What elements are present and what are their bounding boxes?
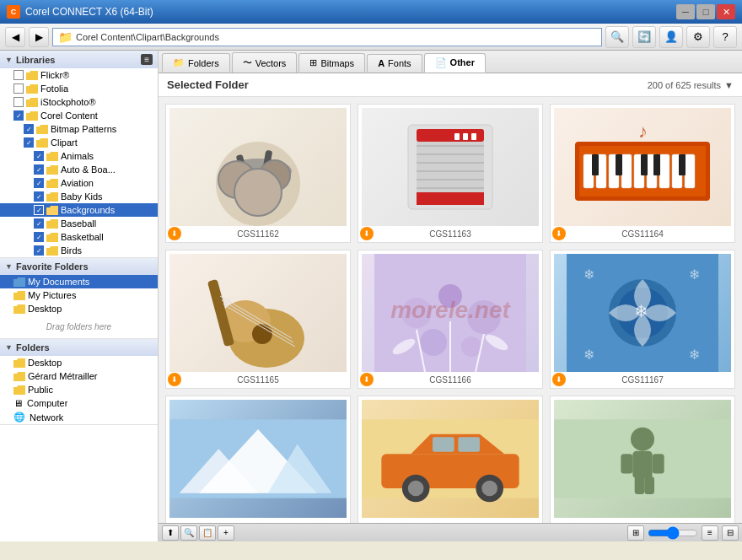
sidebar-item-baby-kids[interactable]: ✓ Baby Kids <box>0 190 158 203</box>
svg-point-46 <box>438 284 462 308</box>
image-grid: morele.net ⬇ CGS11162 <box>159 97 742 523</box>
libraries-action[interactable]: ≡ <box>141 54 153 65</box>
sidebar-item-public[interactable]: Public <box>0 383 158 396</box>
sidebar-item-my-pictures[interactable]: My Pictures <box>0 288 158 302</box>
bottom-clipboard-button[interactable]: 📋 <box>199 525 216 541</box>
sidebar: ▼ Libraries ≡ Flickr® Fotolia iStockphot… <box>0 51 159 541</box>
istockphoto-checkbox[interactable] <box>13 97 24 107</box>
favorites-header[interactable]: ▼ Favorite Folders <box>0 258 158 275</box>
sidebar-item-backgrounds[interactable]: ✓ Backgrounds <box>0 203 158 217</box>
baseball-checkbox[interactable]: ✓ <box>34 218 44 229</box>
bottom-left-tools: ⬆ 🔍 📋 + <box>162 525 234 541</box>
sidebar-item-my-documents[interactable]: My Documents <box>0 275 158 288</box>
tab-fonts[interactable]: A Fonts <box>367 54 422 72</box>
sidebar-item-flickr[interactable]: Flickr® <box>0 68 158 82</box>
tab-folders[interactable]: 📁 Folders <box>162 53 230 72</box>
image-item-cgs11168[interactable] <box>165 396 351 523</box>
image-label-cgs11163: CGS11163 <box>429 229 470 239</box>
maximize-button[interactable]: □ <box>696 4 715 19</box>
basketball-checkbox[interactable]: ✓ <box>34 232 44 242</box>
public-folder-icon <box>13 385 25 395</box>
search-button[interactable]: 🔍 <box>605 26 629 48</box>
libraries-header[interactable]: ▼ Libraries ≡ <box>0 51 158 68</box>
sidebar-item-clipart[interactable]: ✓ Clipart <box>0 136 158 149</box>
istockphoto-folder-icon <box>26 98 38 107</box>
animals-checkbox[interactable]: ✓ <box>34 151 44 161</box>
minimize-button[interactable]: ─ <box>676 4 695 19</box>
svg-text:♪: ♪ <box>638 121 648 142</box>
baseball-label: Baseball <box>61 218 96 229</box>
flickr-checkbox[interactable] <box>13 70 24 80</box>
fotolia-label: Fotolia <box>40 83 68 94</box>
back-button[interactable]: ◀ <box>5 27 25 47</box>
sidebar-item-auto-boa[interactable]: ✓ Auto & Boa... <box>0 163 158 176</box>
add-button[interactable]: 👤 <box>659 26 683 48</box>
svg-rect-78 <box>621 454 632 473</box>
image-label-cgs11164: CGS11164 <box>621 229 663 239</box>
image-item-cgs11162[interactable]: ⬇ CGS11162 <box>165 104 351 243</box>
list-view-button[interactable]: ≡ <box>702 525 718 541</box>
close-button[interactable]: ✕ <box>717 4 735 19</box>
forward-button[interactable]: ▶ <box>29 27 49 47</box>
network-icon: 🌐 <box>13 412 25 423</box>
image-item-cgs11164[interactable]: ♪ ⬇ CGS11164 <box>550 104 735 243</box>
public-label: Public <box>28 385 53 395</box>
help-button[interactable]: ? <box>713 26 737 48</box>
refresh-button[interactable]: 🔄 <box>632 26 656 48</box>
svg-rect-18 <box>463 133 468 140</box>
settings-button[interactable]: ⚙ <box>686 26 710 48</box>
image-item-cgs11166[interactable]: ⬇ CGS11166 <box>358 250 543 389</box>
baby-kids-folder-icon <box>46 192 58 202</box>
backgrounds-checkbox[interactable]: ✓ <box>34 205 44 215</box>
sidebar-item-baseball[interactable]: ✓ Baseball <box>0 217 158 230</box>
baby-kids-checkbox[interactable]: ✓ <box>34 191 44 202</box>
image-item-cgs11167[interactable]: ❄ ❄ ❄ ❄ ❄ ⬇ CGS11167 <box>550 250 735 389</box>
tab-vectors[interactable]: 〜 Vectors <box>232 52 298 73</box>
zoom-slider[interactable] <box>648 528 698 538</box>
sidebar-item-gerard[interactable]: Gérard Métrailler <box>0 369 158 383</box>
fotolia-checkbox[interactable] <box>13 83 24 94</box>
folders-section-header[interactable]: ▼ Folders <box>0 339 158 356</box>
tab-other[interactable]: 📄 Other <box>424 53 486 73</box>
blue-floral-svg: ❄ ❄ ❄ ❄ ❄ <box>554 254 731 372</box>
image-item-cgs11163[interactable]: ⬇ CGS11163 <box>358 104 543 243</box>
sidebar-item-istockphoto[interactable]: iStockphoto® <box>0 95 158 109</box>
sidebar-item-aviation[interactable]: ✓ Aviation <box>0 176 158 190</box>
svg-rect-77 <box>632 451 652 479</box>
clipart-checkbox[interactable]: ✓ <box>24 137 34 148</box>
bottom-bar: ⬆ 🔍 📋 + ⊞ ≡ ⊟ <box>159 523 742 541</box>
auto-boa-checkbox[interactable]: ✓ <box>34 164 44 175</box>
address-bar[interactable]: 📁 Corel Content\Clipart\Backgrounds <box>52 28 602 46</box>
my-documents-folder-icon <box>13 277 25 287</box>
gerard-label: Gérard Métrailler <box>28 371 98 381</box>
tab-bitmaps[interactable]: ⊞ Bitmaps <box>298 53 365 72</box>
libraries-label: Libraries <box>16 55 55 65</box>
sidebar-item-animals[interactable]: ✓ Animals <box>0 149 158 163</box>
other-tab-icon: 📄 <box>435 57 447 68</box>
sidebar-item-corel-content[interactable]: ✓ Corel Content <box>0 109 158 122</box>
birds-checkbox[interactable]: ✓ <box>34 245 44 256</box>
corel-content-checkbox[interactable]: ✓ <box>13 110 24 121</box>
aviation-checkbox[interactable]: ✓ <box>34 178 44 188</box>
image-item-cgs11169[interactable] <box>358 396 543 523</box>
sidebar-item-computer[interactable]: 🖥 Computer <box>0 396 158 410</box>
sidebar-item-basketball[interactable]: ✓ Basketball <box>0 230 158 244</box>
sidebar-item-bitmap-patterns[interactable]: ✓ Bitmap Patterns <box>0 122 158 136</box>
sidebar-item-fotolia[interactable]: Fotolia <box>0 82 158 95</box>
bitmap-patterns-checkbox[interactable]: ✓ <box>24 124 34 134</box>
sidebar-item-birds[interactable]: ✓ Birds <box>0 244 158 257</box>
image-item-cgs11170[interactable] <box>550 396 735 523</box>
grid-view-button[interactable]: ⊞ <box>627 525 644 541</box>
app-icon: C <box>7 5 20 19</box>
bottom-upload-button[interactable]: ⬆ <box>162 525 179 541</box>
accordion-svg <box>362 108 539 226</box>
sort-dropdown-icon[interactable]: ▼ <box>724 80 734 90</box>
sidebar-item-network[interactable]: 🌐 Network <box>0 410 158 424</box>
sidebar-item-desktop-f[interactable]: Desktop <box>0 356 158 369</box>
bottom-extra-button[interactable]: + <box>218 525 234 541</box>
image-item-cgs11165[interactable]: ⬇ CGS11165 <box>165 250 351 389</box>
image-thumb-cgs11166 <box>362 254 539 372</box>
sidebar-item-desktop-fav[interactable]: Desktop <box>0 302 158 315</box>
bottom-search-button[interactable]: 🔍 <box>180 525 197 541</box>
details-view-button[interactable]: ⊟ <box>722 525 739 541</box>
